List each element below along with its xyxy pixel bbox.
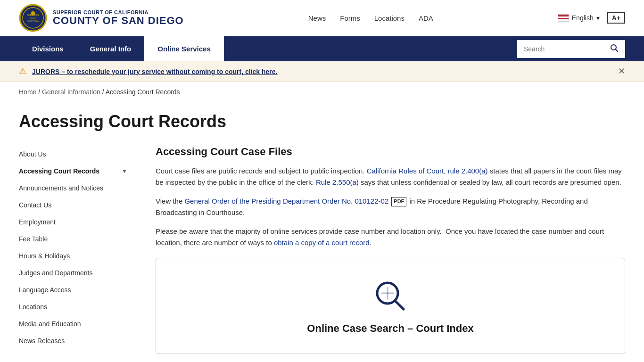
sidebar-item-language-access[interactable]: Language Access — [19, 281, 127, 298]
svg-text:COURT: COURT — [30, 17, 37, 19]
link-rule-2550[interactable]: Rule 2.550(a) — [316, 178, 359, 186]
svg-line-9 — [395, 301, 404, 309]
language-selector[interactable]: English ▾ — [558, 14, 600, 22]
paragraph-3: Please be aware that the majority of onl… — [156, 226, 625, 248]
us-flag-icon — [558, 14, 569, 22]
svg-text:CALIFORNIA: CALIFORNIA — [27, 20, 39, 22]
magnifier-icon — [372, 277, 409, 315]
breadcrumb-separator: / — [38, 88, 42, 96]
card-online-case-search: Online Case Search – Court Index — [156, 258, 625, 354]
breadcrumb-general-info[interactable]: General Information — [42, 88, 100, 96]
top-bar: SUPERIOR COURT CALIFORNIA SUPERIOR COURT… — [0, 0, 644, 36]
chevron-down-icon: ▾ — [596, 14, 600, 22]
paragraph-1: Court case files are public records and … — [156, 165, 625, 188]
search-icon — [610, 44, 619, 52]
logo-bottom-text: COUNTY OF SAN DIEGO — [53, 15, 184, 26]
alert-link[interactable]: JURORS – to reschedule your jury service… — [32, 68, 277, 75]
alert-close-button[interactable]: ✕ — [618, 66, 625, 76]
top-right-controls: English ▾ A+ — [558, 12, 625, 24]
chevron-right-icon: ▼ — [122, 168, 127, 174]
search-button[interactable] — [610, 44, 619, 54]
nav-divisions[interactable]: Divisions — [19, 36, 77, 61]
search-area — [517, 40, 625, 58]
logo-area: SUPERIOR COURT CALIFORNIA SUPERIOR COURT… — [19, 4, 184, 32]
sidebar-item-media-education[interactable]: Media and Education — [19, 315, 127, 332]
nav-online-services[interactable]: Online Services — [144, 36, 224, 61]
alert-icon: ⚠ — [19, 66, 26, 76]
link-obtain-copy[interactable]: obtain a copy of a court record — [274, 239, 370, 247]
alert-text: JURORS – to reschedule your jury service… — [32, 67, 277, 75]
breadcrumb: Home / General Information / Accessing C… — [0, 82, 644, 102]
breadcrumb-separator: / — [102, 88, 106, 96]
main-content: Accessing Court Records About Us Accessi… — [0, 102, 644, 362]
sidebar-item-label: Accessing Court Records — [19, 167, 99, 175]
main-nav-bar: Divisions General Info Online Services — [0, 36, 644, 61]
sidebar-item-news-releases[interactable]: News Releases — [19, 332, 127, 349]
sidebar-item-employment[interactable]: Employment — [19, 214, 127, 230]
paragraph-2: View the General Order of the Presiding … — [156, 196, 625, 218]
alert-banner: ⚠ JURORS – to reschedule your jury servi… — [0, 61, 644, 82]
breadcrumb-home[interactable]: Home — [19, 88, 36, 96]
nav-general-info[interactable]: General Info — [77, 36, 145, 61]
breadcrumb-current: Accessing Court Records — [106, 88, 180, 96]
sidebar-item-announcements[interactable]: Announcements and Notices — [19, 180, 127, 197]
nav-locations[interactable]: Locations — [374, 14, 405, 22]
sidebar-item-about-us[interactable]: About Us — [19, 146, 127, 163]
nav-news[interactable]: News — [308, 14, 326, 22]
section-title: Accessing Court Case Files — [156, 146, 625, 158]
sidebar-item-fee-table[interactable]: Fee Table — [19, 230, 127, 247]
page-title: Accessing Court Records — [19, 112, 625, 132]
search-box — [517, 40, 625, 58]
svg-point-5 — [31, 11, 35, 15]
logo-text: SUPERIOR COURT OF CALIFORNIA COUNTY OF S… — [53, 9, 184, 26]
sidebar-item-accessing-court-records[interactable]: Accessing Court Records ▼ — [19, 163, 127, 180]
sidebar-item-judges-departments[interactable]: Judges and Departments — [19, 264, 127, 281]
court-seal: SUPERIOR COURT CALIFORNIA — [19, 4, 47, 32]
sidebar-item-locations[interactable]: Locations — [19, 298, 127, 315]
nav-forms[interactable]: Forms — [340, 14, 360, 22]
pdf-badge: PDF — [391, 197, 406, 206]
font-size-button[interactable]: A+ — [607, 12, 625, 24]
sidebar: About Us Accessing Court Records ▼ Annou… — [19, 146, 127, 354]
main-body: Accessing Court Case Files Court case fi… — [156, 146, 625, 354]
language-label: English — [572, 14, 594, 22]
nav-ada[interactable]: ADA — [419, 14, 433, 22]
svg-line-7 — [616, 49, 618, 51]
content-layout: About Us Accessing Court Records ▼ Annou… — [19, 146, 625, 354]
search-input[interactable] — [524, 45, 606, 53]
top-navigation: News Forms Locations ADA — [308, 14, 433, 22]
card-title: Online Case Search – Court Index — [307, 322, 473, 335]
link-rule-2400[interactable]: California Rules of Court, rule 2.400(a) — [367, 167, 488, 175]
sidebar-item-contact-us[interactable]: Contact Us — [19, 197, 127, 214]
link-general-order[interactable]: General Order of the Presiding Departmen… — [184, 197, 388, 205]
sidebar-item-hours-holidays[interactable]: Hours & Holidays — [19, 247, 127, 264]
